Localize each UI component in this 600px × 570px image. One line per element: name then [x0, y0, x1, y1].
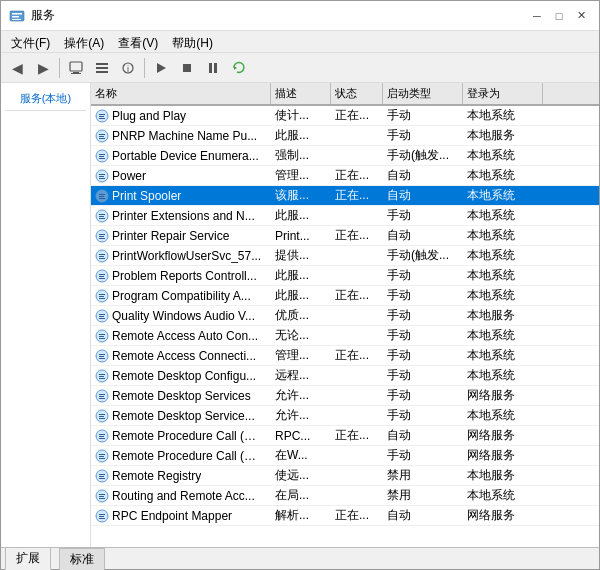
table-row[interactable]: Quality Windows Audio V...优质...手动本地服务: [91, 306, 599, 326]
cell-login: 网络服务: [463, 386, 543, 405]
table-row[interactable]: Remote Desktop Configu...远程...手动本地系统: [91, 366, 599, 386]
cell-login: 本地系统: [463, 166, 543, 185]
cell-status: [331, 495, 383, 497]
cell-desc: 允许...: [271, 386, 331, 405]
col-header-desc[interactable]: 描述: [271, 83, 331, 104]
toolbar-btn-1[interactable]: [64, 56, 88, 80]
cell-login: 本地服务: [463, 126, 543, 145]
service-name-text: Remote Access Auto Con...: [112, 329, 258, 343]
svg-rect-26: [99, 154, 105, 155]
title-bar-left: 服务: [9, 7, 55, 24]
table-row[interactable]: Remote Registry使远...禁用本地服务: [91, 466, 599, 486]
table-row[interactable]: PrintWorkflowUserSvc_57...提供...手动(触发...本…: [91, 246, 599, 266]
toolbar-separator-2: [144, 58, 145, 78]
table-row[interactable]: Remote Procedure Call (…RPC...正在...自动网络服…: [91, 426, 599, 446]
service-icon: [95, 389, 109, 403]
service-name-text: Print Spooler: [112, 189, 181, 203]
cell-desc: 解析...: [271, 506, 331, 525]
table-row[interactable]: Power管理...正在...自动本地系统: [91, 166, 599, 186]
cell-startup: 手动: [383, 446, 463, 465]
table-row[interactable]: Portable Device Enumera...强制...手动(触发...本…: [91, 146, 599, 166]
svg-rect-46: [99, 254, 105, 255]
start-service-button[interactable]: [149, 56, 173, 80]
tab-standard[interactable]: 标准: [59, 548, 105, 570]
service-icon: [95, 509, 109, 523]
tab-expand[interactable]: 扩展: [5, 547, 51, 570]
service-icon: [95, 189, 109, 203]
svg-text:i: i: [127, 64, 129, 74]
table-row[interactable]: Program Compatibility A...此服...正在...手动本地…: [91, 286, 599, 306]
service-icon: [95, 369, 109, 383]
toolbar-btn-3[interactable]: i: [116, 56, 140, 80]
svg-rect-18: [99, 114, 105, 115]
svg-rect-1: [12, 13, 22, 15]
cell-status: 正在...: [331, 106, 383, 125]
cell-service-name: Printer Extensions and N...: [91, 208, 271, 224]
table-row[interactable]: Plug and Play使计...正在...手动本地系统: [91, 106, 599, 126]
cell-desc: Print...: [271, 228, 331, 244]
cell-status: [331, 375, 383, 377]
restart-service-button[interactable]: [227, 56, 251, 80]
maximize-button[interactable]: □: [549, 6, 569, 26]
table-row[interactable]: Remote Access Connecti...管理...正在...手动本地系…: [91, 346, 599, 366]
menu-item-a[interactable]: 操作(A): [58, 33, 110, 50]
forward-button[interactable]: ▶: [31, 56, 55, 80]
close-button[interactable]: ✕: [571, 6, 591, 26]
svg-rect-62: [99, 334, 105, 335]
back-button[interactable]: ◀: [5, 56, 29, 80]
table-row[interactable]: Remote Desktop Services允许...手动网络服务: [91, 386, 599, 406]
menu-item-h[interactable]: 帮助(H): [166, 33, 219, 50]
menu-item-f[interactable]: 文件(F): [5, 33, 56, 50]
main-area: 服务(本地) 名称 描述 状态 启动类型 登录为 Plug and Play使计…: [1, 83, 599, 547]
service-icon: [95, 149, 109, 163]
cell-status: [331, 275, 383, 277]
svg-rect-80: [99, 418, 105, 419]
col-header-name[interactable]: 名称: [91, 83, 271, 104]
cell-desc: 无论...: [271, 326, 331, 345]
cell-service-name: Remote Desktop Configu...: [91, 368, 271, 384]
table-row[interactable]: Remote Procedure Call (…在W...手动网络服务: [91, 446, 599, 466]
col-header-status[interactable]: 状态: [331, 83, 383, 104]
svg-rect-88: [99, 458, 105, 459]
title-controls: ─ □ ✕: [527, 6, 591, 26]
service-name-text: Routing and Remote Acc...: [112, 489, 255, 503]
toolbar-btn-2[interactable]: [90, 56, 114, 80]
table-body[interactable]: Plug and Play使计...正在...手动本地系统PNRP Machin…: [91, 106, 599, 547]
cell-login: 本地系统: [463, 226, 543, 245]
table-row[interactable]: Remote Desktop Service...允许...手动本地系统: [91, 406, 599, 426]
table-row[interactable]: RPC Endpoint Mapper解析...正在...自动网络服务: [91, 506, 599, 526]
service-name-text: Program Compatibility A...: [112, 289, 251, 303]
cell-status: 正在...: [331, 186, 383, 205]
cell-service-name: Remote Access Connecti...: [91, 348, 271, 364]
app-icon: [9, 8, 25, 24]
service-name-text: PNRP Machine Name Pu...: [112, 129, 257, 143]
pause-service-button[interactable]: [201, 56, 225, 80]
table-row[interactable]: Problem Reports Controll...此服...手动本地系统: [91, 266, 599, 286]
svg-rect-42: [99, 234, 105, 235]
col-header-login[interactable]: 登录为: [463, 83, 543, 104]
svg-rect-63: [99, 336, 104, 337]
table-row[interactable]: Printer Repair ServicePrint...正在...自动本地系…: [91, 226, 599, 246]
cell-desc: 在局...: [271, 486, 331, 505]
cell-status: [331, 395, 383, 397]
col-header-startup[interactable]: 启动类型: [383, 83, 463, 104]
svg-rect-84: [99, 438, 105, 439]
cell-service-name: PrintWorkflowUserSvc_57...: [91, 248, 271, 264]
table-row[interactable]: PNRP Machine Name Pu...此服...手动本地服务: [91, 126, 599, 146]
svg-rect-22: [99, 134, 105, 135]
svg-rect-28: [99, 158, 105, 159]
svg-rect-92: [99, 478, 105, 479]
table-row[interactable]: Printer Extensions and N...此服...手动本地系统: [91, 206, 599, 226]
service-name-text: Remote Desktop Configu...: [112, 369, 256, 383]
table-row[interactable]: Print Spooler该服...正在...自动本地系统: [91, 186, 599, 206]
svg-rect-71: [99, 376, 104, 377]
table-row[interactable]: Routing and Remote Acc...在局...禁用本地系统: [91, 486, 599, 506]
stop-service-button[interactable]: [175, 56, 199, 80]
menu-item-v[interactable]: 查看(V): [112, 33, 164, 50]
title-bar: 服务 ─ □ ✕: [1, 1, 599, 31]
cell-login: 本地系统: [463, 146, 543, 165]
cell-startup: 手动: [383, 366, 463, 385]
minimize-button[interactable]: ─: [527, 6, 547, 26]
cell-service-name: PNRP Machine Name Pu...: [91, 128, 271, 144]
table-row[interactable]: Remote Access Auto Con...无论...手动本地系统: [91, 326, 599, 346]
